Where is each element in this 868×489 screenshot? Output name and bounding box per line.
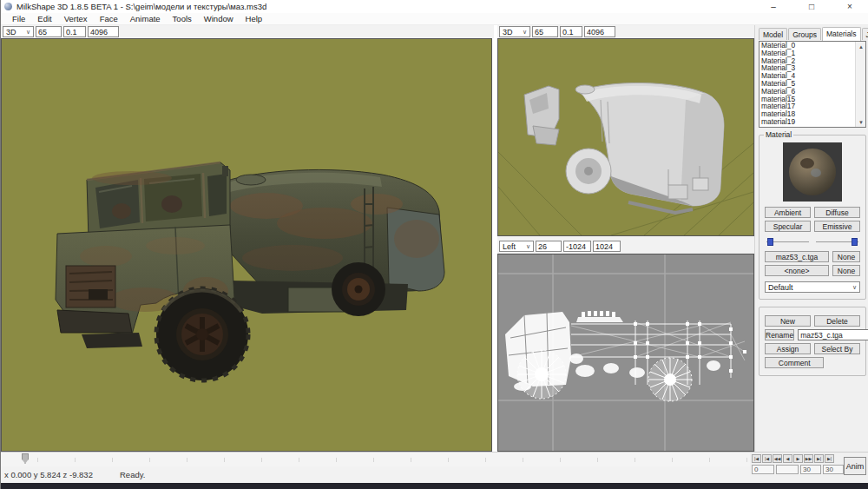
materials-list[interactable]: Material_0 Material_1 Material_2 Materia… [759, 41, 866, 128]
menu-bar: File Edit Vertex Face Animate Tools Wind… [1, 13, 868, 25]
chevron-down-icon: ∨ [852, 284, 857, 291]
wireframe-truck-model [498, 254, 753, 451]
sphere-map-select[interactable]: Default∨ [765, 281, 860, 293]
rust-spot-icon [800, 158, 814, 169]
viewport-preview-toolbar: 3D∨ [497, 25, 754, 38]
window-title: MilkShape 3D 1.8.5 BETA 1 - S:\geim\моде… [16, 2, 266, 11]
list-scrollbar[interactable]: ▲ ▼ [855, 42, 865, 127]
menu-animate[interactable]: Animate [124, 14, 167, 23]
animation-controls: |◀ |◀ ◀◀ ◀ ▶ ▶▶ ▶| ▶| Anim [750, 452, 868, 483]
zoom-input[interactable] [536, 241, 562, 252]
near-plane-input[interactable] [560, 26, 582, 37]
range-min-input[interactable] [563, 241, 591, 252]
menu-file[interactable]: File [6, 14, 31, 23]
milkshape-window: MilkShape 3D 1.8.5 BETA 1 - S:\geim\моде… [0, 0, 868, 489]
materials-panel: Model Groups Materials Joints Material_0… [754, 25, 868, 452]
slider-handle[interactable] [767, 238, 773, 246]
material-list-item[interactable]: material19 [760, 118, 865, 126]
tab-materials[interactable]: Materials [822, 27, 860, 41]
select-by-button[interactable]: Select By [814, 343, 860, 354]
viewport-mode-select[interactable]: 3D∨ [499, 26, 530, 37]
near-plane-input[interactable] [63, 26, 86, 37]
last-frame-button[interactable]: ▶| [825, 454, 834, 463]
maximize-button[interactable]: □ [792, 0, 831, 13]
highlight-spot-icon [811, 169, 821, 177]
ambient-button[interactable]: Ambient [765, 207, 811, 218]
new-button[interactable]: New [765, 315, 811, 327]
material-groupbox: Material Ambient Diffuse Specular Emissi… [759, 135, 866, 300]
step-forward-button[interactable]: ▶ [793, 454, 803, 463]
frame-field-2[interactable] [776, 465, 799, 474]
workspace: 3D∨ [1, 25, 868, 452]
rename-input[interactable] [798, 329, 868, 340]
close-button[interactable]: × [831, 0, 868, 13]
viewport-left-toolbar: Left∨ [497, 236, 754, 254]
scroll-down-icon[interactable]: ▼ [856, 117, 866, 127]
untextured-truck-model [498, 39, 753, 235]
delete-button[interactable]: Delete [814, 315, 860, 327]
textured-truck-model [2, 39, 492, 452]
coordinates-readout: x 0.000 y 5.824 z -9.832 [4, 470, 113, 479]
viewport-mode-select[interactable]: 3D∨ [3, 26, 34, 37]
menu-vertex[interactable]: Vertex [58, 14, 94, 23]
timeline-marker[interactable] [22, 453, 29, 464]
title-bar: MilkShape 3D 1.8.5 BETA 1 - S:\geim\моде… [1, 0, 868, 13]
taskbar-edge [1, 483, 868, 489]
fov-input[interactable] [532, 26, 558, 37]
menu-face[interactable]: Face [94, 14, 124, 23]
tab-joints[interactable]: Joints [862, 28, 868, 40]
status-bar: x 0.000 y 5.824 z -9.832 Ready. [1, 466, 750, 483]
transparency-slider[interactable] [816, 238, 858, 246]
material-preview [783, 142, 842, 202]
range-max-input[interactable] [593, 241, 621, 252]
fast-forward-button[interactable]: ▶▶ [804, 454, 813, 463]
far-plane-input[interactable] [88, 26, 119, 37]
fps-input[interactable] [823, 465, 844, 474]
diffuse-button[interactable]: Diffuse [814, 207, 860, 218]
minimize-button[interactable]: – [754, 0, 792, 13]
texture-button[interactable]: maz53_c.tga [765, 251, 829, 262]
assign-button[interactable]: Assign [765, 343, 811, 354]
total-frames-input[interactable] [800, 465, 821, 474]
preview-canvas[interactable] [497, 38, 754, 236]
alphamap-none-button[interactable]: None [832, 265, 860, 276]
viewport-perspective-toolbar: 3D∨ [1, 25, 494, 38]
chevron-down-icon: ∨ [26, 29, 30, 36]
viewport-perspective: 3D∨ [1, 25, 494, 452]
menu-tools[interactable]: Tools [167, 14, 198, 23]
first-frame-button[interactable]: |◀ [752, 454, 761, 463]
next-keyframe-button[interactable]: ▶| [814, 454, 824, 463]
comment-button[interactable]: Comment [765, 357, 824, 368]
perspective-canvas[interactable] [1, 38, 492, 452]
material-group-label: Material [764, 130, 793, 139]
alphamap-button[interactable]: <none> [765, 265, 829, 276]
menu-help[interactable]: Help [240, 14, 269, 23]
emissive-button[interactable]: Emissive [814, 221, 860, 232]
chevron-down-icon: ∨ [526, 243, 530, 250]
rename-button[interactable]: Rename [765, 329, 794, 340]
prev-keyframe-button[interactable]: |◀ [762, 454, 772, 463]
menu-edit[interactable]: Edit [31, 14, 57, 23]
app-icon [4, 3, 12, 10]
anim-toggle-button[interactable]: Anim [844, 457, 866, 475]
far-plane-input[interactable] [584, 26, 615, 37]
rewind-button[interactable]: ◀◀ [773, 454, 782, 463]
menu-window[interactable]: Window [198, 14, 240, 23]
tab-groups[interactable]: Groups [788, 28, 821, 40]
tab-model[interactable]: Model [759, 28, 787, 40]
viewport-column-right: 3D∨ [497, 25, 754, 452]
animation-timeline[interactable] [1, 452, 750, 466]
left-view-canvas[interactable] [497, 254, 754, 452]
shininess-slider[interactable] [766, 238, 809, 246]
specular-button[interactable]: Specular [765, 221, 811, 232]
status-message: Ready. [120, 470, 145, 479]
viewport-mode-select[interactable]: Left∨ [499, 241, 534, 252]
panel-tabs: Model Groups Materials Joints [759, 27, 867, 40]
step-back-button[interactable]: ◀ [783, 454, 792, 463]
chevron-down-icon: ∨ [523, 29, 527, 36]
slider-handle[interactable] [852, 238, 858, 246]
texture-none-button[interactable]: None [832, 251, 860, 262]
current-frame-input[interactable] [752, 465, 774, 474]
scroll-up-icon[interactable]: ▲ [856, 42, 866, 51]
fov-input[interactable] [36, 26, 62, 37]
